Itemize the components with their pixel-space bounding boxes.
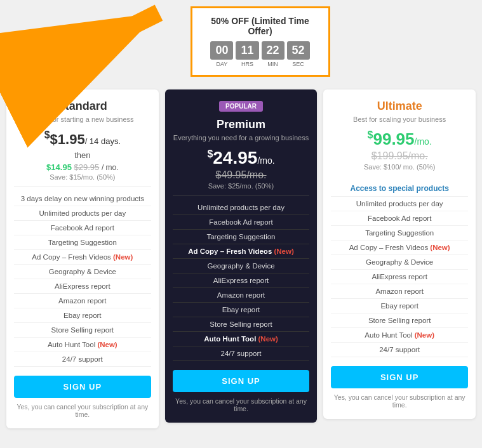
ultimate-price-amount: 99.95 <box>373 129 414 148</box>
ultimate-orig-amount: 199.95 <box>377 150 408 161</box>
then-text: then <box>74 150 90 160</box>
hours-label: HRS <box>241 61 253 67</box>
standard-card: Standard Great for starting a new busine… <box>6 89 159 428</box>
standard-cancel-text: Yes, you can cancel your subscription at… <box>14 403 151 418</box>
standard-trial-period: / 14 days. <box>85 136 121 146</box>
premium-price-amount: 24.95 <box>213 148 257 168</box>
feature-autohunt: Auto Hunt Tool (New) <box>14 338 151 352</box>
feature-autohunt-p: Auto Hunt Tool (New) <box>173 332 310 346</box>
ultimate-per-mo: /mo. <box>415 136 432 147</box>
feature-amazon-p: Amazon report <box>173 288 310 303</box>
standard-then-label: then <box>14 150 151 160</box>
ultimate-subtitle: Best for scaling your business <box>331 115 468 123</box>
feature-unlimited-p: Unlimited products per day <box>173 201 310 215</box>
ultimate-special-access: Access to special products <box>331 181 468 197</box>
feature-adcopy-p: Ad Copy – Fresh Videos (New) <box>173 244 310 259</box>
feature-ebay-u: Ebay report <box>331 299 468 313</box>
standard-subtitle: Great for starting a new business <box>14 115 151 123</box>
standard-per-mo: / mo. <box>102 163 119 172</box>
countdown-days: 00 DAY <box>210 41 233 67</box>
premium-save-text: Save: $25/mo. (50%) <box>173 182 310 195</box>
feature-ebay-p: Ebay report <box>173 303 310 317</box>
feature-geo-u: Geography & Device <box>331 255 468 270</box>
feature-fb-ad-p: Facebook Ad report <box>173 215 310 230</box>
countdown-seconds: 52 SEC <box>287 41 310 67</box>
standard-signup-button[interactable]: SIGN UP <box>14 376 151 398</box>
offer-box: 50% OFF (Limited Time Offer) 00 DAY 11 H… <box>191 6 330 77</box>
feature-aliexpress-p: AliExpress report <box>173 273 310 288</box>
feature-unlimited: Unlimited products per day <box>14 206 151 221</box>
feature-store-p: Store Selling report <box>173 317 310 332</box>
feature-geo-p: Geography & Device <box>173 259 310 273</box>
countdown-timer: 00 DAY 11 HRS 22 MIN 52 SEC <box>208 41 313 67</box>
feature-adcopy: Ad Copy – Fresh Videos (New) <box>14 250 151 265</box>
standard-price-row: $14.95 $29.95 / mo. <box>14 162 151 172</box>
premium-popular-badge-wrap: POPULAR <box>173 100 310 118</box>
feature-support: 24/7 support <box>14 352 151 367</box>
feature-aliexpress-u: AliExpress report <box>331 270 468 284</box>
premium-card: POPULAR Premium Everything you need for … <box>165 89 318 423</box>
standard-trial-amount: $1.95 <box>50 131 85 147</box>
standard-price-trial: $$1.95/ 14 days. <box>14 129 151 148</box>
premium-subtitle: Everything you need for a growing busine… <box>173 134 310 142</box>
feature-geo: Geography & Device <box>14 265 151 279</box>
premium-feature-list: Unlimited products per day Facebook Ad r… <box>173 201 310 361</box>
premium-orig-amount: 49.95 <box>221 169 246 180</box>
standard-save-text: Save: $15/mo. (50%) <box>14 173 151 187</box>
feature-targeting-p: Targeting Suggestion <box>173 230 310 244</box>
pricing-cards: Standard Great for starting a new busine… <box>6 89 476 428</box>
standard-feature-list: 3 days delay on new winning products Unl… <box>14 192 151 367</box>
feature-adcopy-u: Ad Copy – Fresh Videos (New) <box>331 240 468 255</box>
days-value: 00 <box>210 41 233 60</box>
ultimate-price-main: $99.95/mo. <box>331 129 468 149</box>
feature-aliexpress: AliExpress report <box>14 279 151 294</box>
standard-old-price: $29.95 <box>74 162 100 172</box>
ultimate-signup-button[interactable]: SIGN UP <box>331 366 468 388</box>
premium-price-main: $24.95/mo. <box>173 148 310 168</box>
premium-signup-button[interactable]: SIGN UP <box>173 370 310 392</box>
premium-price-original: $49.95/mo. <box>173 169 310 181</box>
feature-autohunt-u: Auto Hunt Tool (New) <box>331 328 468 343</box>
feature-targeting-u: Targeting Suggestion <box>331 226 468 240</box>
ultimate-save-text: Save: $100/ mo. (50%) <box>331 163 468 176</box>
orange-arrow-icon <box>64 6 191 63</box>
feature-store: Store Selling report <box>14 323 151 338</box>
ultimate-title: Ultimate <box>331 100 468 113</box>
feature-3days: 3 days delay on new winning products <box>14 192 151 206</box>
countdown-hours: 11 HRS <box>236 41 258 67</box>
feature-targeting: Targeting Suggestion <box>14 235 151 250</box>
feature-amazon: Amazon report <box>14 294 151 308</box>
feature-ebay: Ebay report <box>14 308 151 323</box>
ultimate-price-original: $199.95/mo. <box>331 150 468 162</box>
premium-per-mo: /mo. <box>257 155 274 166</box>
feature-fb-ad-u: Facebook Ad report <box>331 211 468 226</box>
offer-title: 50% OFF (Limited Time Offer) <box>208 16 313 36</box>
premium-cancel-text: Yes, you can cancel your subscription at… <box>173 397 310 412</box>
days-label: DAY <box>217 61 228 67</box>
ultimate-special-access-wrap: Access to special products <box>331 181 468 197</box>
feature-store-u: Store Selling report <box>331 313 468 328</box>
feature-fb-ad: Facebook Ad report <box>14 221 151 235</box>
seconds-label: SEC <box>292 61 304 67</box>
popular-badge: POPULAR <box>219 101 263 112</box>
feature-unlimited-u: Unlimited products per day <box>331 197 468 211</box>
ultimate-card: Ultimate Best for scaling your business … <box>323 89 476 419</box>
ultimate-feature-list: Unlimited products per day Facebook Ad r… <box>331 197 468 357</box>
minutes-label: MIN <box>267 61 278 67</box>
premium-title: Premium <box>173 118 310 131</box>
hours-value: 11 <box>236 41 258 60</box>
feature-support-u: 24/7 support <box>331 343 468 357</box>
standard-new-price: $14.95 <box>46 162 72 172</box>
countdown-minutes: 22 MIN <box>262 41 285 67</box>
standard-title: Standard <box>14 100 151 113</box>
feature-amazon-u: Amazon report <box>331 284 468 299</box>
seconds-value: 52 <box>287 41 310 60</box>
top-banner-section: 50% OFF (Limited Time Offer) 00 DAY 11 H… <box>6 6 476 77</box>
ultimate-cancel-text: Yes, you can cancel your subscription at… <box>331 393 468 409</box>
minutes-value: 22 <box>262 41 285 60</box>
feature-support-p: 24/7 support <box>173 346 310 361</box>
